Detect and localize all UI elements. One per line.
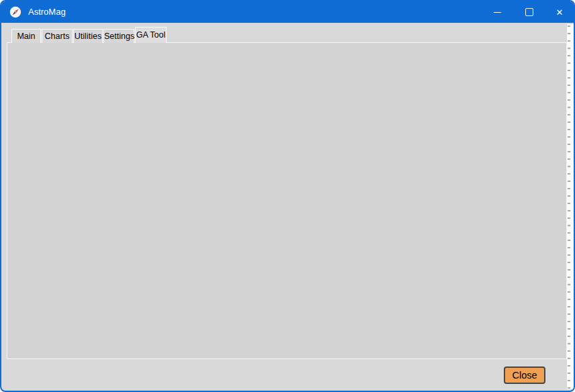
tab-main[interactable]: Main	[11, 29, 41, 43]
maximize-icon[interactable]	[514, 1, 545, 23]
minimize-icon[interactable]	[482, 1, 513, 23]
tab-settings[interactable]: Settings	[103, 29, 134, 43]
window-title: AstroMag	[28, 1, 66, 22]
title-bar: AstroMag	[1, 1, 574, 23]
right-edge-strip	[567, 24, 574, 389]
close-window-icon[interactable]	[544, 1, 575, 23]
close-button[interactable]: Close	[504, 366, 545, 384]
tab-charts[interactable]: Charts	[42, 29, 73, 43]
app-window: AstroMag Main Charts Utilities Settings …	[0, 0, 575, 392]
tab-ga-tool[interactable]: GA Tool	[135, 27, 167, 43]
compass-app-icon	[9, 6, 21, 18]
ga-tool-page	[7, 42, 567, 359]
tab-utilities[interactable]: Utilities	[73, 29, 103, 43]
